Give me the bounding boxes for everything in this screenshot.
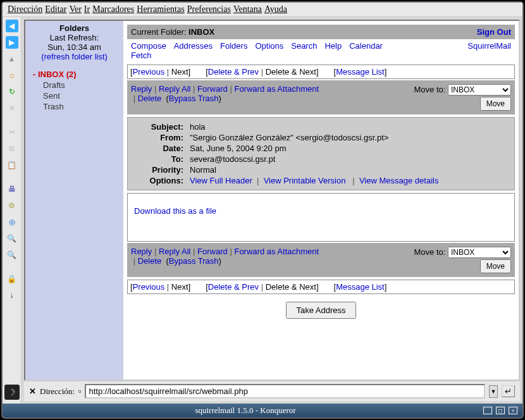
forward-icon[interactable]: ▶ [6, 36, 18, 49]
address-bar: ✕ Dirección: ▫ ▼ ↵ [24, 381, 520, 401]
refresh-folder-link[interactable]: (refresh folder list) [41, 52, 108, 61]
menu-marcadores[interactable]: Marcadores [92, 4, 134, 15]
priority-label: Priority: [133, 165, 190, 175]
address-input[interactable] [85, 384, 485, 398]
page-icon: ▫ [78, 386, 82, 396]
download-file-link[interactable]: Download this as a file [134, 206, 216, 216]
reply-link-bottom[interactable]: Reply [131, 247, 152, 256]
print-icon[interactable]: 🖶 [6, 183, 18, 195]
back-icon[interactable]: ◀ [6, 20, 18, 32]
view-full-header-link[interactable]: View Full Header [190, 176, 252, 185]
take-address-button[interactable]: Take Address [286, 302, 355, 319]
menu-editar[interactable]: Editar [45, 4, 66, 15]
nav-addresses[interactable]: Addresses [174, 41, 213, 51]
address-dropdown-icon[interactable]: ▼ [489, 385, 498, 398]
message-body: Download this as a file [127, 193, 515, 242]
mail-pane: Current Folder: INBOX Sign Out Compose A… [123, 21, 519, 380]
msglist-link[interactable]: Message List [336, 67, 385, 77]
fwdatt-link-bottom[interactable]: Forward as Attachment [234, 247, 319, 256]
view-printable-link[interactable]: View Printable Version [264, 176, 346, 185]
action-bar-bottom: Reply | Reply All | Forward | Forward as… [127, 243, 515, 277]
forward-link-bottom[interactable]: Forward [197, 247, 228, 256]
next-text-bottom: Next [171, 282, 188, 292]
menu-ventana[interactable]: Ventana [233, 4, 262, 15]
menubar: Dirección Editar Ver Ir Marcadores Herra… [3, 3, 522, 17]
message-headers: Subject:hola From:"Sergio González Gonzá… [127, 117, 515, 190]
minimize-icon[interactable]: _ [483, 407, 492, 414]
menu-preferencias[interactable]: Preferencias [187, 4, 231, 15]
bypass-link[interactable]: Bypass Trash [169, 94, 219, 103]
moveto-label: Move to: [414, 85, 446, 94]
lock-icon[interactable]: 🔒 [6, 273, 18, 285]
delnext-text: Delete & Next [266, 67, 316, 77]
view-details-link[interactable]: View Message details [359, 176, 439, 185]
nav-calendar[interactable]: Calendar [349, 41, 383, 51]
forward-link[interactable]: Forward [197, 84, 228, 94]
current-folder-bar: Current Folder: INBOX Sign Out [127, 25, 515, 39]
menu-herramientas[interactable]: Herramientas [137, 4, 184, 15]
from-value: "Sergio González González" <sergio@todos… [190, 133, 509, 142]
sign-out-link[interactable]: Sign Out [477, 27, 511, 37]
folder-trash[interactable]: Trash [33, 101, 121, 112]
moveto-label-bottom: Move to: [414, 247, 446, 257]
move-button[interactable]: Move [480, 97, 511, 111]
menu-ayuda[interactable]: Ayuda [264, 4, 287, 15]
tool-icon[interactable]: ◎ [6, 216, 18, 228]
address-label: Dirección: [40, 386, 75, 397]
window-close-icon[interactable]: × [509, 407, 517, 414]
delete-link[interactable]: Delete [138, 94, 162, 103]
from-label: From: [133, 133, 190, 142]
moveto-select[interactable]: INBOX [448, 84, 511, 96]
folder-sent[interactable]: Sent [33, 90, 121, 101]
brand-link[interactable]: SquirrelMail [467, 41, 511, 51]
menu-ver[interactable]: Ver [69, 4, 81, 15]
close-tab-icon[interactable]: ✕ [29, 386, 36, 396]
top-nav: Compose Addresses Folders Options Search… [127, 39, 515, 62]
date-label: Date: [133, 144, 190, 153]
msglist-link-bottom[interactable]: Message List [336, 282, 385, 292]
options-label: Options: [133, 176, 190, 185]
zoom-icon[interactable]: 🔍 [6, 232, 18, 245]
fwdatt-link[interactable]: Forward as Attachment [234, 84, 319, 94]
zoom2-icon[interactable]: 🔍 [6, 249, 18, 261]
window-titlebar: squirrelmail 1.5.0 - Konqueror _ □ × [3, 404, 522, 417]
stop-icon: ✕ [6, 102, 18, 114]
nav-fetch[interactable]: Fetch [131, 51, 152, 60]
last-refresh-time: Sun, 10:34 am [28, 42, 121, 52]
maximize-icon[interactable]: □ [496, 407, 505, 414]
home-icon[interactable]: ⌂ [6, 69, 18, 82]
find-icon[interactable]: ⚙ [6, 199, 18, 212]
nav-folders[interactable]: Folders [220, 41, 247, 51]
folders-pane: Folders Last Refresh: Sun, 10:34 am (ref… [25, 21, 123, 380]
cut-icon: ✂ [6, 126, 18, 139]
to-label: To: [133, 154, 190, 164]
nav-compose[interactable]: Compose [131, 41, 166, 51]
to-value: severa@todoscsi.gsr.pt [190, 154, 509, 164]
subject-label: Subject: [133, 122, 190, 132]
next-text: Next [171, 67, 188, 77]
menu-ir[interactable]: Ir [84, 4, 90, 15]
prev-link-bottom[interactable]: Previous [133, 282, 165, 292]
nav-help[interactable]: Help [324, 41, 342, 51]
folder-inbox[interactable]: - INBOX (2) [33, 69, 121, 80]
reload-icon[interactable]: ↻ [6, 85, 18, 98]
replyall-link[interactable]: Reply All [159, 84, 191, 94]
folder-drafts[interactable]: Drafts [33, 80, 121, 90]
action-bar-top: Reply | Reply All | Forward | Forward as… [127, 80, 515, 114]
bypass-link-bottom[interactable]: Bypass Trash [169, 256, 219, 266]
move-button-bottom[interactable]: Move [480, 259, 511, 273]
window-title: squirrelmail 1.5.0 - Konqueror [8, 405, 483, 416]
menu-direccion[interactable]: Dirección [8, 4, 42, 15]
go-icon[interactable]: ↵ [502, 385, 515, 397]
prev-link[interactable]: Previous [133, 67, 165, 77]
nav-search[interactable]: Search [291, 41, 317, 51]
reply-link[interactable]: Reply [131, 84, 152, 94]
globe-icon[interactable]: ↓ [6, 289, 18, 302]
delprev-link-bottom[interactable]: Delete & Prev [208, 282, 259, 292]
subject-value: hola [190, 122, 509, 132]
replyall-link-bottom[interactable]: Reply All [159, 247, 191, 256]
delete-link-bottom[interactable]: Delete [138, 256, 162, 266]
moveto-select-bottom[interactable]: INBOX [448, 247, 511, 258]
delprev-link[interactable]: Delete & Prev [208, 67, 259, 77]
nav-options[interactable]: Options [255, 41, 283, 51]
